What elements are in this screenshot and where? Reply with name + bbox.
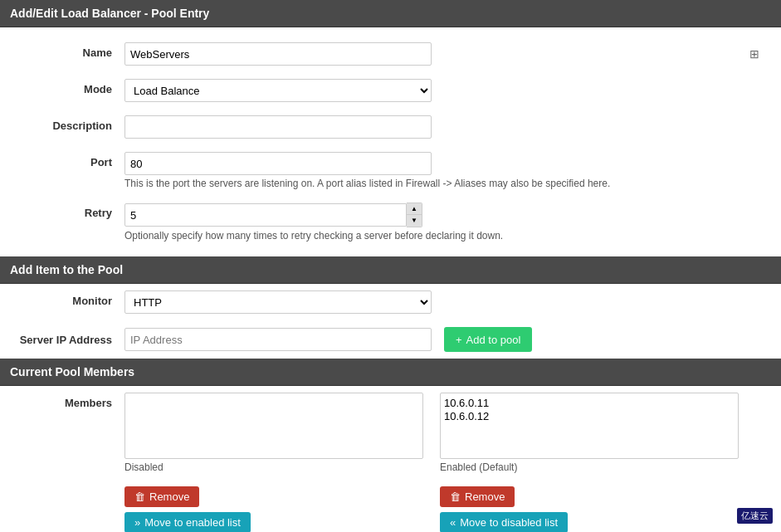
members-content: Disabled 10.6.0.11 10.6.0.12 Enabled (De… <box>124 393 764 473</box>
name-edit-icon: ⊞ <box>749 47 759 61</box>
actions-row: 🗑 Remove » Move to enabled list 🗑 Remove… <box>0 480 781 532</box>
members-label: Members <box>17 393 124 409</box>
server-ip-input[interactable] <box>124 328 432 351</box>
remove-disabled-trash-icon: 🗑 <box>134 491 145 503</box>
form-section: Name ⊞ Mode Load Balance Failover Descri… <box>0 27 781 256</box>
remove-enabled-label: Remove <box>465 491 505 503</box>
monitor-select[interactable]: HTTP HTTPS TCP ICMP <box>124 290 432 314</box>
enabled-caption: Enabled (Default) <box>440 461 517 473</box>
add-to-pool-button[interactable]: + Add to pool <box>444 327 532 352</box>
disabled-list-wrap: Disabled <box>124 393 423 473</box>
remove-enabled-trash-icon: 🗑 <box>450 491 461 503</box>
watermark-logo: 亿速云 <box>737 508 773 524</box>
mode-row: Mode Load Balance Failover <box>0 72 781 109</box>
pool-section: Monitor HTTP HTTPS TCP ICMP Server IP Ad… <box>0 284 781 359</box>
pool-section-title: Add Item to the Pool <box>10 263 123 276</box>
monitor-control: HTTP HTTPS TCP ICMP <box>124 290 764 314</box>
port-label: Port <box>17 152 124 168</box>
watermark-text: 亿速云 <box>741 510 769 520</box>
description-control <box>124 115 764 139</box>
description-input[interactable] <box>124 115 432 139</box>
move-to-disabled-button[interactable]: « Move to disabled list <box>440 512 568 532</box>
members-section-title: Current Pool Members <box>10 365 134 378</box>
retry-help: Optionally specify how many times to ret… <box>124 230 764 242</box>
move-to-enabled-label: Move to enabled list <box>144 516 241 529</box>
name-control: ⊞ <box>124 42 764 66</box>
name-input-wrap: ⊞ <box>124 42 764 66</box>
retry-spinner: ▲ ▼ <box>124 203 764 227</box>
retry-spinner-buttons: ▲ ▼ <box>407 203 422 227</box>
retry-row: Retry ▲ ▼ Optionally specify how many ti… <box>0 196 781 248</box>
enabled-action-group: 🗑 Remove « Move to disabled list <box>440 486 739 532</box>
move-to-disabled-label: Move to disabled list <box>460 516 558 529</box>
remove-enabled-button[interactable]: 🗑 Remove <box>440 486 515 507</box>
enabled-list-wrap: 10.6.0.11 10.6.0.12 Enabled (Default) <box>440 393 739 473</box>
retry-decrement-button[interactable]: ▼ <box>407 215 422 227</box>
move-to-enabled-button[interactable]: » Move to enabled list <box>124 512 251 532</box>
main-title: Add/Edit Load Balancer - Pool Entry <box>10 7 209 20</box>
add-pool-plus-icon: + <box>456 334 462 346</box>
page-wrapper: Add/Edit Load Balancer - Pool Entry Name… <box>0 0 781 532</box>
disabled-caption: Disabled <box>124 461 164 473</box>
name-input[interactable] <box>124 42 432 66</box>
move-enabled-chevron-icon: » <box>134 516 140 529</box>
retry-label: Retry <box>17 203 124 219</box>
members-row: Members Disabled 10.6.0.11 10.6.0.12 Ena… <box>0 386 781 480</box>
port-help: This is the port the servers are listeni… <box>124 178 764 189</box>
retry-increment-button[interactable]: ▲ <box>407 203 422 215</box>
monitor-row: Monitor HTTP HTTPS TCP ICMP <box>0 284 781 320</box>
enabled-members-list[interactable]: 10.6.0.11 10.6.0.12 <box>440 393 739 459</box>
server-ip-label: Server IP Address <box>17 334 124 346</box>
members-section: Members Disabled 10.6.0.11 10.6.0.12 Ena… <box>0 386 781 532</box>
remove-disabled-label: Remove <box>149 491 189 503</box>
retry-input[interactable] <box>124 203 407 227</box>
port-input[interactable] <box>124 152 432 175</box>
main-section-header: Add/Edit Load Balancer - Pool Entry <box>0 0 781 27</box>
pool-section-header: Add Item to the Pool <box>0 256 781 284</box>
watermark: 亿速云 <box>737 508 773 524</box>
description-label: Description <box>17 115 124 132</box>
remove-disabled-button[interactable]: 🗑 Remove <box>124 486 199 507</box>
mode-label: Mode <box>17 79 124 95</box>
name-label: Name <box>17 42 124 59</box>
members-section-header: Current Pool Members <box>0 359 781 386</box>
monitor-label: Monitor <box>17 290 124 307</box>
retry-control: ▲ ▼ Optionally specify how many times to… <box>124 203 764 242</box>
server-ip-row: Server IP Address + Add to pool <box>0 320 781 359</box>
move-disabled-chevron-icon: « <box>450 516 456 529</box>
port-control: This is the port the servers are listeni… <box>124 152 764 189</box>
port-row: Port This is the port the servers are li… <box>0 145 781 196</box>
name-row: Name ⊞ <box>0 36 781 72</box>
mode-select[interactable]: Load Balance Failover <box>124 79 432 102</box>
disabled-action-group: 🗑 Remove » Move to enabled list <box>124 486 423 532</box>
description-row: Description <box>0 109 781 145</box>
mode-control: Load Balance Failover <box>124 79 764 102</box>
add-pool-label: Add to pool <box>466 334 521 346</box>
disabled-members-list[interactable] <box>124 393 423 459</box>
